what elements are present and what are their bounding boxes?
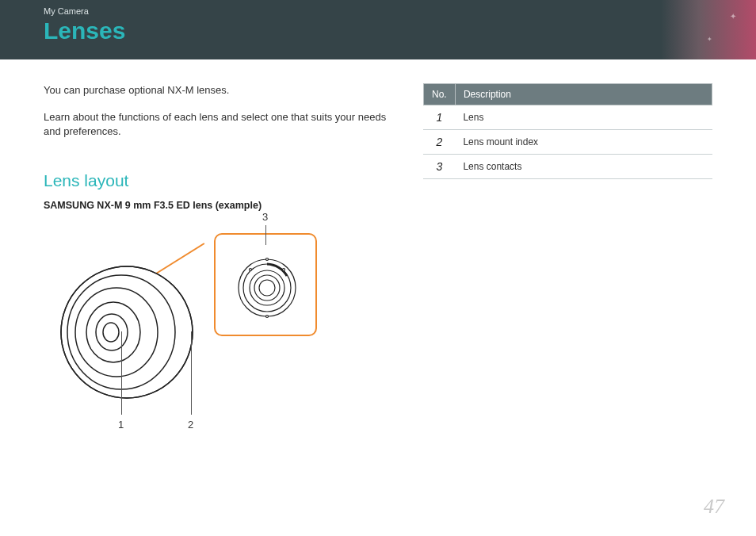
table-row: 2 Lens mount index xyxy=(423,130,712,155)
row-no: 2 xyxy=(423,130,455,155)
callout-box xyxy=(214,233,317,336)
description-table: No. Description 1 Lens 2 Lens mount inde… xyxy=(423,83,712,179)
right-column: No. Description 1 Lens 2 Lens mount inde… xyxy=(423,83,712,447)
header-no: No. xyxy=(423,84,455,105)
lens-front-illustration xyxy=(59,265,194,400)
header-band: My Camera Lenses xyxy=(0,0,756,59)
svg-point-13 xyxy=(283,268,285,270)
table-row: 3 Lens contacts xyxy=(423,155,712,179)
page-title: Lenses xyxy=(44,17,756,44)
page-number: 47 xyxy=(704,495,724,519)
lens-diagram: 3 1 2 xyxy=(44,225,297,447)
table-header-row: No. Description xyxy=(423,84,712,105)
row-desc: Lens contacts xyxy=(455,155,712,179)
table-row: 1 Lens xyxy=(423,105,712,130)
intro-paragraph-1: You can purchase optional NX-M lenses. xyxy=(44,83,391,98)
section-title: Lens layout xyxy=(44,171,391,190)
svg-point-14 xyxy=(250,268,252,270)
left-column: You can purchase optional NX-M lenses. L… xyxy=(44,83,391,447)
row-desc: Lens mount index xyxy=(455,130,712,155)
breadcrumb: My Camera xyxy=(44,6,756,16)
row-desc: Lens xyxy=(455,105,712,130)
svg-point-7 xyxy=(239,259,296,316)
content-area: You can purchase optional NX-M lenses. L… xyxy=(0,59,756,447)
leader-line-1 xyxy=(121,331,122,415)
callout-label-2: 2 xyxy=(188,419,193,431)
leader-line-2 xyxy=(191,331,192,415)
svg-point-6 xyxy=(103,323,119,342)
svg-point-12 xyxy=(266,258,269,260)
row-no: 3 xyxy=(423,155,455,179)
leader-line-3 xyxy=(265,225,266,245)
lens-rear-illustration xyxy=(238,252,297,324)
header-description: Description xyxy=(455,84,712,105)
example-caption: SAMSUNG NX-M 9 mm F3.5 ED lens (example) xyxy=(44,200,391,211)
intro-paragraph-2: Learn about the functions of each lens a… xyxy=(44,110,391,139)
accent-strip xyxy=(661,0,756,59)
callout-label-1: 1 xyxy=(118,419,124,431)
row-no: 1 xyxy=(423,105,455,130)
callout-label-3: 3 xyxy=(262,211,268,223)
svg-point-15 xyxy=(266,315,269,317)
